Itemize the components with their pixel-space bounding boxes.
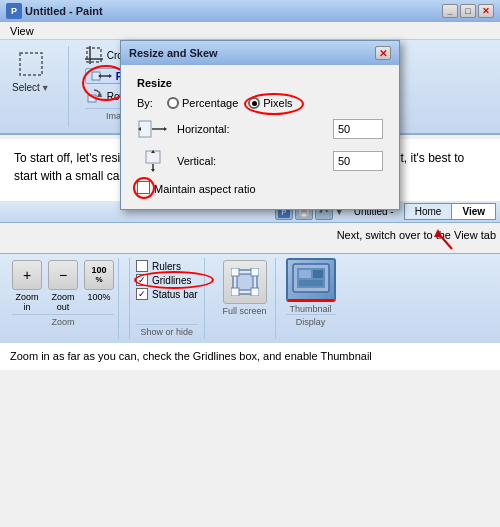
rulers-label: Rulers — [152, 261, 181, 272]
next-instruction-text: Next, switch over to the View tab — [337, 229, 496, 241]
pixels-radio-btn[interactable] — [248, 97, 260, 109]
svg-rect-10 — [88, 95, 96, 102]
aspect-checkbox[interactable] — [137, 181, 150, 194]
thumbnail-label: Thumbnail — [290, 304, 332, 314]
dialog-content: Resize By: Percentage Pixels — [121, 65, 399, 209]
svg-marker-13 — [164, 127, 167, 131]
svg-rect-2 — [87, 48, 101, 62]
svg-marker-7 — [109, 74, 112, 78]
svg-marker-17 — [151, 169, 155, 172]
menu-view[interactable]: View — [4, 24, 40, 38]
statusbar-row: ✓ Status bar — [136, 288, 198, 300]
paint-window: P Untitled - Paint _ □ ✕ View Select ▼ — [0, 0, 500, 527]
arrow-icon — [428, 225, 458, 251]
fullscreen-button[interactable] — [223, 260, 267, 304]
minimize-button[interactable]: _ — [442, 4, 458, 18]
vertical-label: Vertical: — [177, 155, 325, 167]
gridlines-row: ✓ Gridlines — [136, 274, 198, 286]
vertical-field-row: Vertical: — [137, 149, 383, 173]
select-label: Select — [12, 82, 40, 93]
aspect-ratio-row: Maintain aspect ratio — [137, 181, 383, 197]
vertical-icon — [137, 149, 169, 173]
select-icon[interactable] — [15, 48, 47, 80]
svg-rect-23 — [301, 213, 307, 217]
showhide-group-label: Show or hide — [136, 324, 198, 337]
ribbon-select-group: Select ▼ — [6, 44, 56, 129]
bottom-ribbon: + − 100 % Zoom in Zoom out 100% Zoom — [0, 253, 500, 343]
zoom-out-label: Zoom out — [48, 292, 78, 312]
horizontal-input[interactable] — [333, 119, 383, 139]
thumbnail-icon-svg — [291, 262, 331, 298]
tab-strip: Home View — [404, 203, 496, 220]
vertical-input[interactable] — [333, 151, 383, 171]
svg-rect-35 — [313, 270, 323, 278]
gridlines-label: Gridlines — [152, 275, 191, 286]
resize-icon — [90, 70, 112, 82]
thumbnail-button[interactable] — [286, 258, 336, 302]
dialog-title: Resize and Skew — [129, 47, 375, 59]
svg-marker-25 — [434, 229, 442, 237]
window-controls: _ □ ✕ — [442, 4, 494, 18]
rulers-checkbox[interactable] — [136, 260, 148, 272]
dialog-by-label: By: — [137, 97, 157, 109]
percentage-label: Percentage — [182, 97, 238, 109]
zoom-labels-row: Zoom in Zoom out 100% — [12, 292, 114, 312]
rulers-row: Rulers — [136, 260, 198, 272]
select-dropdown-icon[interactable]: ▼ — [41, 83, 50, 93]
zoom-out-button[interactable]: − — [48, 260, 78, 290]
zoom-out-icon: − — [59, 267, 67, 283]
zoom-percent-button[interactable]: 100 % — [84, 260, 114, 290]
fullscreen-label: Full screen — [223, 306, 267, 316]
zoom-group: + − 100 % Zoom in Zoom out 100% Zoom — [8, 258, 119, 339]
horizontal-field-row: Horizontal: — [137, 117, 383, 141]
dialog-section-resize: Resize — [137, 77, 383, 89]
zoom-group-label: Zoom — [12, 314, 114, 327]
window-title: Untitled - Paint — [25, 5, 442, 17]
gridlines-checkbox[interactable]: ✓ — [136, 274, 148, 286]
svg-rect-0 — [20, 53, 42, 75]
svg-rect-29 — [251, 268, 259, 276]
display-group-label: Display — [286, 314, 336, 327]
svg-rect-34 — [299, 270, 311, 278]
svg-rect-31 — [251, 288, 259, 296]
tab-view[interactable]: View — [451, 203, 496, 220]
dialog-titlebar: Resize and Skew ✕ — [121, 41, 399, 65]
zoom-in-icon: + — [23, 267, 31, 283]
pixels-radio[interactable]: Pixels — [248, 97, 292, 109]
bottom-instruction-text: Zoom in as far as you can, check the Gri… — [0, 343, 500, 370]
statusbar-label: Status bar — [152, 289, 198, 300]
title-bar: P Untitled - Paint _ □ ✕ — [0, 0, 500, 22]
zoom-in-button[interactable]: + — [12, 260, 42, 290]
zoom-pct-label: 100% — [84, 292, 114, 312]
horizontal-label: Horizontal: — [177, 123, 325, 135]
arrow-area: Next, switch over to the View tab — [0, 223, 500, 253]
fullscreen-group: Full screen — [215, 258, 276, 339]
resize-dialog: Resize and Skew ✕ Resize By: Percentage … — [120, 40, 400, 210]
zoom-icons-row: + − 100 % — [12, 260, 114, 290]
showhide-group: Rulers ✓ Gridlines ✓ Status bar Show or … — [129, 258, 205, 339]
horizontal-icon — [137, 117, 169, 141]
zoom-pct-bottom: % — [95, 276, 102, 285]
svg-rect-28 — [231, 268, 239, 276]
zoom-in-label: Zoom in — [12, 292, 42, 312]
maintain-aspect-label: Maintain aspect ratio — [154, 183, 256, 195]
ribbon-separator-1 — [68, 46, 69, 127]
app-icon: P — [6, 3, 22, 19]
svg-rect-36 — [299, 280, 323, 286]
dialog-by-row: By: Percentage Pixels — [137, 97, 383, 109]
svg-rect-30 — [231, 288, 239, 296]
dialog-close-button[interactable]: ✕ — [375, 46, 391, 60]
fullscreen-icon-svg — [231, 268, 259, 296]
maximize-button[interactable]: □ — [460, 4, 476, 18]
tab-home[interactable]: Home — [404, 203, 452, 220]
menu-bar: View — [0, 22, 500, 40]
bottom-section: P ▼ Untitled - Home View Next, switch ov… — [0, 201, 500, 370]
percentage-radio-btn[interactable] — [167, 97, 179, 109]
pixels-label: Pixels — [263, 97, 292, 109]
display-group: Thumbnail Display — [286, 258, 336, 339]
percentage-radio[interactable]: Percentage — [167, 97, 238, 109]
close-button[interactable]: ✕ — [478, 4, 494, 18]
statusbar-checkbox[interactable]: ✓ — [136, 288, 148, 300]
aspect-checkbox-wrap — [137, 181, 150, 197]
